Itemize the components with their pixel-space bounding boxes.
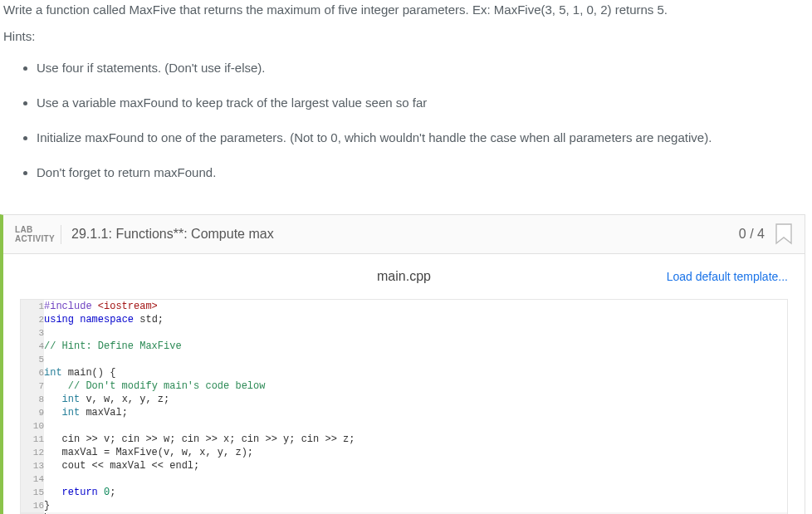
code-line[interactable]: 10 [21, 419, 787, 433]
code-content[interactable]: #include <iostream> [44, 300, 787, 313]
code-content[interactable]: maxVal = MaxFive(v, w, x, y, z); [44, 446, 787, 459]
code-line[interactable]: 4// Hint: Define MaxFive [21, 340, 787, 353]
code-line[interactable]: 16} [21, 499, 787, 512]
code-content[interactable] [44, 472, 787, 486]
lab-activity-line2: ACTIVITY [15, 234, 51, 244]
line-number: 6 [21, 366, 44, 379]
code-line[interactable]: 14 [21, 472, 787, 486]
line-number: 2 [21, 313, 44, 326]
line-number: 9 [21, 406, 44, 419]
lab-title: 29.1.1: Functions**: Compute max [71, 227, 739, 242]
file-name: main.cpp [276, 269, 531, 284]
code-content[interactable] [44, 353, 787, 366]
file-bar: main.cpp Load default template... [3, 254, 805, 296]
lab-score: 0 / 4 [739, 227, 765, 242]
line-number: 14 [21, 472, 44, 486]
code-line[interactable]: 9 int maxVal; [21, 406, 787, 419]
code-line[interactable]: 6int main() { [21, 366, 787, 379]
code-content[interactable] [44, 419, 787, 433]
line-number: 7 [21, 379, 44, 393]
code-line[interactable]: 13 cout << maxVal << endl; [21, 459, 787, 472]
code-line[interactable]: 11 cin >> v; cin >> w; cin >> x; cin >> … [21, 433, 787, 446]
lab-header: LAB ACTIVITY 29.1.1: Functions**: Comput… [3, 215, 805, 254]
code-line[interactable]: 12 maxVal = MaxFive(v, w, x, y, z); [21, 446, 787, 459]
code-line[interactable]: 5 [21, 353, 787, 366]
lab-card: LAB ACTIVITY 29.1.1: Functions**: Comput… [0, 214, 805, 514]
code-content[interactable]: cin >> v; cin >> w; cin >> x; cin >> y; … [44, 433, 787, 446]
lab-activity-label: LAB ACTIVITY [15, 225, 61, 244]
hint-item: Use a variable maxFound to keep track of… [37, 93, 802, 113]
line-number: 15 [21, 486, 44, 499]
code-content[interactable]: int v, w, x, y, z; [44, 393, 787, 406]
code-content[interactable]: } [44, 499, 787, 512]
code-content[interactable]: return 0; [44, 486, 787, 499]
load-default-template-link[interactable]: Load default template... [667, 270, 788, 283]
hints-list: Use four if statements. (Don't use if-el… [3, 58, 802, 183]
code-line[interactable]: 3 [21, 326, 787, 340]
line-number: 10 [21, 419, 44, 433]
code-content[interactable] [44, 326, 787, 340]
code-line[interactable]: 15 return 0; [21, 486, 787, 499]
line-number: 16 [21, 499, 44, 512]
hints-label: Hints: [3, 27, 802, 47]
line-number: 1 [21, 300, 44, 313]
line-number: 11 [21, 433, 44, 446]
line-number: 3 [21, 326, 44, 340]
code-content[interactable]: // Hint: Define MaxFive [44, 340, 787, 353]
bookmark-icon[interactable] [775, 223, 793, 245]
code-line[interactable]: 7 // Don't modify main's code below [21, 379, 787, 393]
prompt-text: Write a function called MaxFive that ret… [3, 0, 802, 20]
line-number: 12 [21, 446, 44, 459]
line-number: 4 [21, 340, 44, 353]
problem-instructions: Write a function called MaxFive that ret… [0, 0, 805, 208]
code-editor[interactable]: 1#include <iostream>2using namespace std… [20, 299, 788, 514]
hint-item: Initialize maxFound to one of the parame… [37, 128, 802, 148]
lab-activity-line1: LAB [15, 225, 51, 235]
code-content[interactable]: // Don't modify main's code below [44, 379, 787, 393]
hint-item: Don't forget to return maxFound. [37, 163, 802, 183]
code-content[interactable]: cout << maxVal << endl; [44, 459, 787, 472]
code-content[interactable]: int maxVal; [44, 406, 787, 419]
code-line[interactable]: 2using namespace std; [21, 313, 787, 326]
hint-item: Use four if statements. (Don't use if-el… [37, 58, 802, 78]
code-line[interactable]: 1#include <iostream> [21, 300, 787, 313]
line-number: 8 [21, 393, 44, 406]
code-content[interactable]: using namespace std; [44, 313, 787, 326]
code-line[interactable]: 8 int v, w, x, y, z; [21, 393, 787, 406]
code-content[interactable]: int main() { [44, 366, 787, 379]
line-number: 5 [21, 353, 44, 366]
line-number: 13 [21, 459, 44, 472]
